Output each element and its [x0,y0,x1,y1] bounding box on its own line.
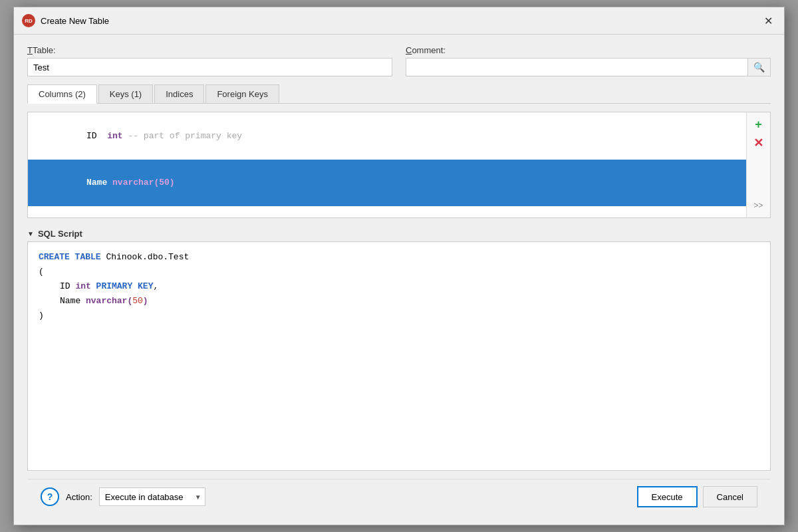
more-actions-button[interactable]: >> [751,198,767,213]
tab-foreign-keys[interactable]: Foreign Keys [205,84,279,103]
action-label: Action: [66,492,92,502]
sql-line-4: Name nvarchar(50) [39,294,759,309]
dialog-title: Create New Table [41,16,755,26]
comment-label: Comment: [406,45,771,55]
comment-field-group: Comment: 🔍 [406,45,771,76]
column-row-name[interactable]: Name nvarchar(50) [28,160,746,207]
table-label: TTable: [27,45,392,55]
create-table-dialog: RD Create New Table ✕ TTable: Comment: 🔍 [13,7,785,525]
tab-indices[interactable]: Indices [154,84,204,103]
cancel-button[interactable]: Cancel [703,486,757,507]
comment-row: 🔍 [406,58,771,76]
comment-input[interactable] [406,58,748,76]
help-button[interactable]: ? [41,487,59,506]
add-column-button[interactable]: + [751,116,767,132]
close-button[interactable]: ✕ [760,13,776,29]
sql-line-1: CREATE TABLE Chinook.dbo.Test [39,250,759,265]
col-name-name: Name [86,178,112,188]
bottom-bar: ? Action: Execute in database Generate s… [27,479,771,514]
column-row-id[interactable]: ID int -- part of primary key [28,112,746,160]
sql-line-5: ) [39,309,759,323]
sql-code-block: CREATE TABLE Chinook.dbo.Test ( ID int P… [27,241,771,471]
collapse-arrow-icon: ▼ [27,230,34,237]
col-id-type: int [107,131,122,141]
sql-line-2: ( [39,265,759,279]
table-path: Chinook.dbo.Test [106,252,189,262]
remove-column-button[interactable]: ✕ [751,135,767,151]
app-icon: RD [22,14,35,27]
table-field-group: TTable: [27,45,392,76]
col-id-comment: -- part of primary key [123,131,242,141]
tabs-bar: Columns (2) Keys (1) Indices Foreign Key… [27,84,771,104]
top-fields: TTable: Comment: 🔍 [27,45,771,76]
sql-line-3: ID int PRIMARY KEY, [39,279,759,294]
action-select[interactable]: Execute in database Generate script Show… [99,487,205,506]
tab-keys[interactable]: Keys (1) [98,84,153,103]
action-select-wrapper: Execute in database Generate script Show… [99,487,205,506]
sql-script-section: ▼ SQL Script CREATE TABLE Chinook.dbo.Te… [27,226,771,471]
table-name-input[interactable] [27,58,392,76]
comment-search-button[interactable]: 🔍 [748,58,771,76]
col-id-name: ID [86,131,107,141]
create-keyword: CREATE TABLE [39,252,106,262]
col-name-type: nvarchar(50) [112,178,175,188]
title-bar: RD Create New Table ✕ [14,7,784,35]
execute-button[interactable]: Execute [637,486,698,507]
columns-list: ID int -- part of primary key Name nvarc… [28,112,746,217]
columns-area: ID int -- part of primary key Name nvarc… [27,112,771,218]
sql-script-label: SQL Script [38,229,82,239]
sql-script-header[interactable]: ▼ SQL Script [27,226,771,241]
dialog-body: TTable: Comment: 🔍 Columns (2) Keys (1) … [14,35,784,525]
column-actions: + ✕ >> [746,112,770,217]
dialog-buttons: Execute Cancel [637,486,757,507]
tab-columns[interactable]: Columns (2) [27,84,97,104]
